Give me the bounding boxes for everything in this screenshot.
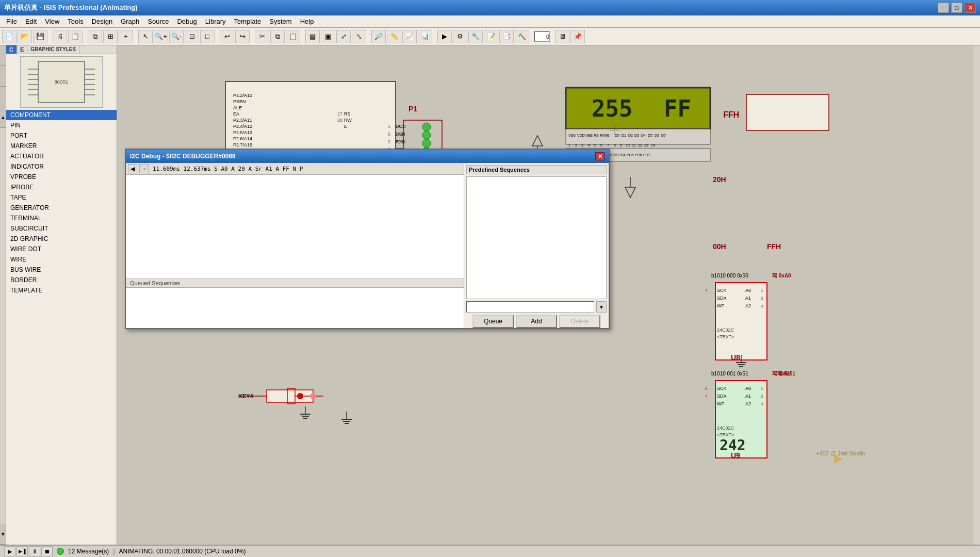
tb-print[interactable]: 🖨: [53, 30, 67, 43]
svg-text:7: 7: [705, 288, 708, 293]
i2c-log-area[interactable]: [126, 175, 464, 278]
comp-item-component[interactable]: COMPONENT: [6, 110, 117, 120]
tb-print2[interactable]: 📋: [68, 30, 83, 43]
comp-item-terminal[interactable]: TERMINAL: [6, 213, 117, 223]
menu-help[interactable]: Help: [296, 17, 318, 26]
i2c-queued-body[interactable]: [126, 288, 464, 328]
add-button[interactable]: Add: [516, 315, 557, 328]
queue-button[interactable]: Queue: [472, 315, 514, 328]
tab-e[interactable]: E: [17, 45, 27, 54]
tb-grid[interactable]: ⊞: [103, 30, 118, 43]
side-btn-arrow-down[interactable]: ▼: [0, 524, 6, 545]
tb-cut[interactable]: ✂: [255, 30, 269, 43]
side-btn-1[interactable]: [0, 45, 6, 66]
tb-bom[interactable]: 📑: [499, 30, 514, 43]
tab-c[interactable]: C: [6, 45, 17, 54]
tb-copy[interactable]: ⧉: [88, 30, 102, 43]
tb-measure[interactable]: 📏: [387, 30, 401, 43]
comp-item-template[interactable]: TEMPLATE: [6, 285, 117, 296]
close-button[interactable]: ✕: [965, 3, 976, 13]
tb-zoom-out[interactable]: 🔍-: [169, 30, 184, 43]
side-btn-3[interactable]: [0, 87, 6, 107]
tb-zoom-in[interactable]: 🔍+: [154, 30, 168, 43]
i2c-forward-button[interactable]: →: [139, 164, 149, 173]
comp-item-wiredot[interactable]: WIRE DOT: [6, 244, 117, 254]
tb-misc[interactable]: 🔨: [515, 30, 529, 43]
predefined-sequences-area[interactable]: [466, 176, 607, 299]
play-button[interactable]: ▶: [4, 546, 15, 556]
svg-text:PD6: PD6: [635, 153, 642, 157]
tb-cursor[interactable]: ↖: [138, 30, 153, 43]
tb-netlist[interactable]: 📝: [484, 30, 498, 43]
menu-tools[interactable]: Tools: [63, 17, 87, 26]
menu-graph[interactable]: Graph: [117, 17, 143, 26]
tb-graph[interactable]: 📈: [402, 30, 417, 43]
tb-wire[interactable]: ⤢: [336, 30, 351, 43]
comp-item-marker[interactable]: MARKER: [6, 141, 117, 151]
comp-item-wire[interactable]: WIRE: [6, 254, 117, 265]
zoom-input[interactable]: [534, 31, 550, 42]
step-button[interactable]: ▶▐: [17, 546, 28, 556]
canvas-area[interactable]: P2.2/A10 PSEN ALE EA P2.3/A11 P2.4/A12 P…: [117, 45, 973, 545]
tb-run2[interactable]: ⚙: [453, 30, 467, 43]
tb-zoom-box[interactable]: □: [200, 30, 215, 43]
i2c-dialog-title[interactable]: I2C Debug - $II2C DEBUGGER#0066 ✕: [126, 150, 609, 163]
tb-extra2[interactable]: 📌: [570, 30, 585, 43]
tb-zoom-fit[interactable]: ⊡: [185, 30, 199, 43]
side-btn-arrow-up[interactable]: ▲: [0, 107, 6, 128]
menu-source[interactable]: Source: [143, 17, 173, 26]
comp-item-2dgraphic[interactable]: 2D GRAPHIC: [6, 234, 117, 244]
svg-text:PSEN: PSEN: [233, 99, 246, 104]
tb-new[interactable]: 📄: [2, 30, 17, 43]
tb-save[interactable]: 💾: [33, 30, 47, 43]
comp-item-vprobe[interactable]: VPROBE: [6, 172, 117, 182]
comp-item-subcircuit[interactable]: SUBCIRCUIT: [6, 223, 117, 234]
i2c-close-button[interactable]: ✕: [595, 152, 605, 160]
comp-item-generator[interactable]: GENERATOR: [6, 203, 117, 213]
tb-probe[interactable]: 🔎: [371, 30, 386, 43]
tb-comp[interactable]: 🔧: [468, 30, 483, 43]
delete-button[interactable]: Delete: [559, 315, 600, 328]
tb-open[interactable]: 📂: [18, 30, 32, 43]
menu-library[interactable]: Library: [201, 17, 230, 26]
svg-text:SDA: SDA: [717, 296, 727, 301]
tb-route[interactable]: ⤣: [352, 30, 366, 43]
comp-item-buswire[interactable]: BUS WIRE: [6, 265, 117, 275]
tb-extra1[interactable]: 🖥: [555, 30, 569, 43]
tb-block2[interactable]: ▣: [321, 30, 335, 43]
stop-button[interactable]: ⏹: [41, 546, 53, 556]
tb-run[interactable]: ▶: [437, 30, 452, 43]
svg-text:FF: FF: [664, 95, 691, 122]
comp-item-port[interactable]: PORT: [6, 130, 117, 141]
tb-paste[interactable]: 📋: [286, 30, 300, 43]
minimize-button[interactable]: ─: [938, 3, 949, 13]
menu-system[interactable]: System: [265, 17, 296, 26]
menu-template[interactable]: Template: [230, 17, 266, 26]
svg-text:A1: A1: [745, 394, 751, 399]
comp-item-pin[interactable]: PIN: [6, 120, 117, 130]
menu-file[interactable]: File: [2, 17, 21, 26]
tab-graphic-styles[interactable]: GRAPHIC STYLES: [27, 45, 79, 54]
comp-item-actuator[interactable]: ACTUATOR: [6, 151, 117, 161]
comp-item-tape[interactable]: TAPE: [6, 192, 117, 203]
menu-debug[interactable]: Debug: [173, 17, 201, 26]
comp-item-indicator[interactable]: INDICATOR: [6, 161, 117, 172]
svg-text:6: 6: [705, 386, 708, 391]
menu-edit[interactable]: Edit: [21, 17, 41, 26]
comp-item-iprobe[interactable]: IPROBE: [6, 182, 117, 192]
tb-add[interactable]: +: [119, 30, 133, 43]
sequence-dropdown-button[interactable]: ▼: [596, 301, 607, 313]
tb-copy2[interactable]: ⧉: [270, 30, 285, 43]
menu-design[interactable]: Design: [88, 17, 117, 26]
tb-redo[interactable]: ↪: [235, 30, 250, 43]
sequence-input-field[interactable]: [466, 301, 594, 313]
pause-button[interactable]: ⏸: [29, 546, 40, 556]
menu-view[interactable]: View: [41, 17, 63, 26]
tb-undo[interactable]: ↩: [220, 30, 234, 43]
maximize-button[interactable]: □: [951, 3, 962, 13]
tb-block[interactable]: ▤: [305, 30, 320, 43]
i2c-back-button[interactable]: ◀: [128, 164, 137, 173]
comp-item-border[interactable]: BORDER: [6, 275, 117, 285]
side-btn-2[interactable]: [0, 66, 6, 87]
tb-graph2[interactable]: 📊: [418, 30, 432, 43]
